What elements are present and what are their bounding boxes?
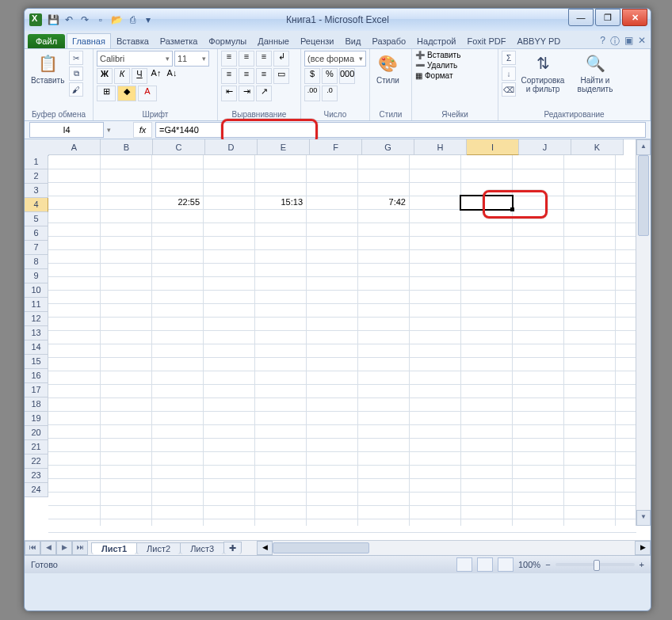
ribbon-tab-Вставка[interactable]: Вставка bbox=[111, 33, 155, 48]
underline-button[interactable]: Ч bbox=[132, 68, 147, 84]
ribbon-minimize-icon[interactable]: ▣ bbox=[624, 35, 633, 48]
ribbon-tab-Надстрой[interactable]: Надстрой bbox=[411, 33, 461, 48]
cells-area[interactable]: 22:5515:137:420:00 bbox=[48, 155, 636, 526]
cell-C4[interactable]: 22:55 bbox=[151, 196, 202, 209]
percent-icon[interactable]: % bbox=[322, 68, 338, 84]
fill-icon[interactable]: ↓ bbox=[502, 67, 516, 81]
clear-icon[interactable]: ⌫ bbox=[502, 82, 516, 97]
view-layout-button[interactable] bbox=[477, 557, 493, 572]
font-grow-icon[interactable]: A↑ bbox=[149, 68, 163, 82]
qat-undo-icon[interactable]: ↶ bbox=[63, 13, 75, 26]
border-button[interactable]: ⊞ bbox=[97, 86, 116, 101]
row-header-24[interactable]: 24 bbox=[25, 483, 48, 497]
sheet-tab-Лист1[interactable]: Лист1 bbox=[91, 542, 137, 554]
cells-insert-button[interactable]: ➕Вставить bbox=[415, 51, 460, 59]
row-header-3[interactable]: 3 bbox=[25, 184, 48, 198]
ribbon-tab-Разметка[interactable]: Разметка bbox=[155, 33, 204, 48]
row-header-9[interactable]: 9 bbox=[25, 269, 48, 283]
name-box-dropdown-icon[interactable]: ▾ bbox=[107, 126, 111, 134]
col-header-K[interactable]: K bbox=[571, 139, 624, 155]
currency-icon[interactable]: $ bbox=[304, 68, 320, 84]
ribbon-tab-Рецензи[interactable]: Рецензи bbox=[295, 33, 340, 48]
row-header-14[interactable]: 14 bbox=[25, 340, 48, 355]
col-header-B[interactable]: B bbox=[101, 139, 153, 155]
paste-button[interactable]: 📋 Вставить bbox=[28, 51, 67, 86]
scroll-left-button[interactable]: ◀ bbox=[257, 541, 273, 555]
zoom-in-button[interactable]: + bbox=[640, 560, 644, 569]
sheet-prev-button[interactable]: ◀ bbox=[40, 541, 56, 555]
cut-icon[interactable]: ✂ bbox=[69, 51, 83, 65]
col-header-J[interactable]: J bbox=[519, 139, 571, 155]
row-header-2[interactable]: 2 bbox=[25, 169, 48, 184]
minimize-button[interactable]: — bbox=[568, 9, 594, 26]
fill-color-button[interactable]: ◆ bbox=[117, 86, 136, 101]
doc-close-icon[interactable]: ✕ bbox=[638, 35, 646, 48]
qat-open-icon[interactable]: 📂 bbox=[110, 13, 123, 26]
autosum-icon[interactable]: Σ bbox=[502, 51, 516, 65]
select-all-corner[interactable] bbox=[25, 139, 49, 156]
formula-input[interactable]: =G4*1440 bbox=[155, 122, 646, 138]
col-header-D[interactable]: D bbox=[205, 139, 258, 155]
vertical-scrollbar[interactable]: ▲ ▼ bbox=[636, 139, 651, 526]
align-center-icon[interactable]: ≡ bbox=[239, 68, 254, 84]
fx-button[interactable]: fx bbox=[133, 122, 152, 138]
row-header-15[interactable]: 15 bbox=[25, 355, 48, 369]
view-pagebreak-button[interactable] bbox=[498, 557, 514, 572]
decimal-dec-icon[interactable]: .0 bbox=[322, 86, 338, 101]
col-header-F[interactable]: F bbox=[310, 139, 362, 155]
hscroll-thumb[interactable] bbox=[273, 542, 369, 553]
align-top-icon[interactable]: ≡ bbox=[221, 51, 237, 67]
qat-dropdown-icon[interactable]: ▾ bbox=[142, 13, 155, 26]
font-name-combo[interactable]: Calibri▾ bbox=[97, 51, 173, 67]
row-header-11[interactable]: 11 bbox=[25, 298, 48, 312]
sheet-tab-Лист3[interactable]: Лист3 bbox=[180, 542, 224, 554]
row-header-17[interactable]: 17 bbox=[25, 383, 48, 397]
qat-print-icon[interactable]: ⎙ bbox=[126, 13, 139, 26]
row-header-1[interactable]: 1 bbox=[25, 155, 48, 169]
ribbon-tab-Данные[interactable]: Данные bbox=[252, 33, 295, 48]
qat-save-icon[interactable]: 💾 bbox=[47, 13, 59, 26]
maximize-button[interactable]: ❐ bbox=[595, 9, 620, 26]
row-header-13[interactable]: 13 bbox=[25, 326, 48, 340]
ribbon-tab-Главная[interactable]: Главная bbox=[67, 33, 111, 48]
zoom-out-button[interactable]: − bbox=[545, 560, 550, 569]
row-header-8[interactable]: 8 bbox=[25, 255, 48, 269]
ribbon-tab-Foxit PDF[interactable]: Foxit PDF bbox=[462, 33, 512, 48]
row-header-10[interactable]: 10 bbox=[25, 283, 48, 298]
name-box[interactable]: I4 bbox=[29, 122, 104, 138]
align-middle-icon[interactable]: ≡ bbox=[239, 51, 254, 67]
zoom-slider[interactable] bbox=[556, 563, 635, 566]
font-size-combo[interactable]: 11▾ bbox=[174, 51, 209, 67]
comma-icon[interactable]: 000 bbox=[339, 68, 355, 84]
align-left-icon[interactable]: ≡ bbox=[221, 68, 237, 84]
col-header-A[interactable]: A bbox=[48, 139, 101, 155]
bold-button[interactable]: Ж bbox=[97, 68, 113, 84]
row-header-18[interactable]: 18 bbox=[25, 397, 48, 412]
sheet-last-button[interactable]: ⏭ bbox=[72, 541, 88, 555]
merge-icon[interactable]: ▭ bbox=[273, 68, 289, 84]
row-header-6[interactable]: 6 bbox=[25, 226, 48, 241]
styles-button[interactable]: 🎨 Стили bbox=[373, 51, 403, 86]
file-tab[interactable]: Файл bbox=[28, 34, 65, 48]
font-color-button[interactable]: A bbox=[138, 86, 157, 101]
col-header-G[interactable]: G bbox=[362, 139, 414, 155]
row-header-5[interactable]: 5 bbox=[25, 212, 48, 226]
col-header-I[interactable]: I bbox=[467, 139, 519, 155]
sort-filter-button[interactable]: ⇅ Сортировка и фильтр bbox=[517, 51, 568, 95]
zoom-level[interactable]: 100% bbox=[518, 560, 540, 569]
sheet-next-button[interactable]: ▶ bbox=[56, 541, 72, 555]
horizontal-scrollbar[interactable]: ◀ ▶ bbox=[257, 542, 651, 554]
cell-G4[interactable]: 7:42 bbox=[357, 196, 408, 209]
col-header-C[interactable]: C bbox=[153, 139, 205, 155]
row-header-7[interactable]: 7 bbox=[25, 241, 48, 255]
scroll-down-button[interactable]: ▼ bbox=[636, 510, 651, 526]
view-normal-button[interactable] bbox=[456, 557, 472, 572]
indent-dec-icon[interactable]: ⇤ bbox=[221, 86, 237, 101]
vscroll-thumb[interactable] bbox=[638, 155, 649, 236]
scroll-right-button[interactable]: ▶ bbox=[635, 541, 651, 555]
ribbon-tab-Разрабо[interactable]: Разрабо bbox=[366, 33, 411, 48]
new-sheet-button[interactable]: ✚ bbox=[223, 542, 242, 554]
decimal-inc-icon[interactable]: .00 bbox=[304, 86, 320, 101]
row-header-20[interactable]: 20 bbox=[25, 426, 48, 440]
format-painter-icon[interactable]: 🖌 bbox=[69, 82, 83, 97]
